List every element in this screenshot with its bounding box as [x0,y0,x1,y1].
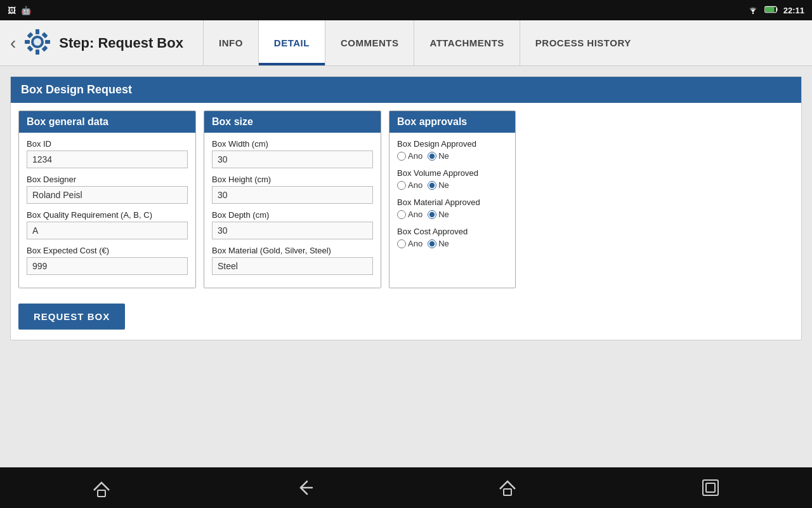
tab-comments[interactable]: COMMENTS [325,20,414,65]
back-icon [294,478,315,498]
label-box-width: Box Width (cm) [212,139,373,149]
status-bar-right: 22:11 [747,4,804,17]
input-box-designer[interactable] [27,186,188,204]
home-icon [497,478,518,498]
svg-point-4 [34,38,41,46]
radio-cost-ne[interactable]: Ne [428,239,449,248]
svg-rect-11 [27,45,34,51]
svg-rect-8 [45,40,50,44]
status-bar: 🖼 🤖 22:11 [0,0,812,20]
label-box-material: Box Material (Gold, Silver, Steel) [212,246,373,255]
svg-rect-7 [25,40,30,44]
tab-detail[interactable]: DETAIL [258,20,325,65]
tab-process-history[interactable]: PROCESS HISTORY [520,20,646,65]
approval-material: Box Material Approved Ano Ne [397,197,508,219]
label-box-designer: Box Designer [27,175,188,184]
radio-group-cost: Ano Ne [397,239,508,248]
field-box-expected-cost: Box Expected Cost (€) [27,246,188,275]
label-cost-approved: Box Cost Approved [397,227,508,236]
box-design-request-card: Box Design Request Box general data Box … [10,76,802,340]
nav-recent-button[interactable] [685,472,736,503]
radio-material-ne[interactable]: Ne [428,210,449,219]
label-box-depth: Box Depth (cm) [212,210,373,220]
svg-rect-9 [27,32,34,38]
tab-info[interactable]: INFO [203,20,258,65]
back-chevron[interactable]: ‹ [10,33,16,53]
field-box-quality: Box Quality Requirement (A, B, C) [27,210,188,239]
tab-attachments[interactable]: ATTACHMENTS [414,20,519,65]
label-box-height: Box Height (cm) [212,175,373,184]
svg-rect-15 [703,480,718,495]
section-approvals-header: Box approvals [390,111,515,133]
picture-icon: 🖼 [8,6,16,15]
svg-rect-16 [706,483,715,492]
time-display: 22:11 [783,6,804,15]
input-box-material[interactable] [212,257,373,275]
approval-volume: Box Volume Approved Ano Ne [397,168,508,190]
section-approvals-body: Box Design Approved Ano Ne [390,133,515,262]
radio-group-design: Ano Ne [397,151,508,161]
field-box-designer: Box Designer [27,175,188,204]
svg-rect-13 [98,490,105,497]
radio-volume-ne[interactable]: Ne [428,180,449,190]
bottom-nav [0,467,812,508]
section-size-header: Box size [204,111,381,133]
header-brand: ‹ Step: Request Box [0,20,203,65]
section-general-data: Box general data Box ID Box Designer Box… [18,110,196,288]
field-box-id: Box ID [27,139,188,168]
input-box-depth[interactable] [212,222,373,239]
label-design-approved: Box Design Approved [397,139,508,149]
radio-design-ano[interactable]: Ano [397,151,422,161]
input-box-expected-cost[interactable] [27,257,188,275]
nav-back-button[interactable] [279,472,330,503]
gear-icon [22,27,53,60]
svg-rect-12 [42,45,48,51]
nav-home-up-button[interactable] [76,472,127,503]
android-icon: 🤖 [21,6,31,15]
svg-rect-10 [42,32,48,38]
radio-cost-ano[interactable]: Ano [397,239,422,248]
input-box-id[interactable] [27,150,188,168]
approval-design: Box Design Approved Ano Ne [397,139,508,161]
label-volume-approved: Box Volume Approved [397,168,508,178]
wifi-icon [747,4,759,17]
svg-rect-14 [504,489,511,495]
status-bar-left: 🖼 🤖 [8,6,31,15]
svg-rect-5 [36,29,39,34]
field-box-depth: Box Depth (cm) [212,210,373,239]
home-up-icon [91,478,112,498]
label-box-id: Box ID [27,139,188,149]
radio-volume-ano[interactable]: Ano [397,180,422,190]
input-box-height[interactable] [212,186,373,204]
page-title: Step: Request Box [59,35,183,51]
radio-group-volume: Ano Ne [397,180,508,190]
nav-home-button[interactable] [482,472,533,503]
svg-rect-2 [765,7,774,12]
section-general-body: Box ID Box Designer Box Quality Requirem… [19,133,195,288]
section-size-body: Box Width (cm) Box Height (cm) Box Depth… [204,133,381,288]
header: ‹ Step: Request Box INFO DE [0,20,812,66]
card-body: Box general data Box ID Box Designer Box… [11,103,801,296]
request-box-button[interactable]: REQUEST BOX [18,304,125,330]
radio-design-ne[interactable]: Ne [428,151,449,161]
battery-icon [764,5,778,16]
label-material-approved: Box Material Approved [397,197,508,207]
radio-material-ano[interactable]: Ano [397,210,422,219]
input-box-quality[interactable] [27,222,188,239]
label-box-quality: Box Quality Requirement (A, B, C) [27,210,188,220]
section-box-approvals: Box approvals Box Design Approved Ano [389,110,516,288]
main-content: Box Design Request Box general data Box … [0,66,812,467]
card-title: Box Design Request [11,77,801,103]
field-box-material: Box Material (Gold, Silver, Steel) [212,246,373,275]
section-general-header: Box general data [19,111,195,133]
recent-icon [700,478,721,498]
label-box-expected-cost: Box Expected Cost (€) [27,246,188,255]
svg-rect-6 [36,50,39,55]
svg-point-0 [752,12,754,14]
section-box-size: Box size Box Width (cm) Box Height (cm) … [204,110,381,288]
approval-cost: Box Cost Approved Ano Ne [397,227,508,248]
tab-bar: INFO DETAIL COMMENTS ATTACHMENTS PROCESS… [203,20,812,65]
input-box-width[interactable] [212,150,373,168]
button-area: REQUEST BOX [11,296,801,340]
field-box-width: Box Width (cm) [212,139,373,168]
